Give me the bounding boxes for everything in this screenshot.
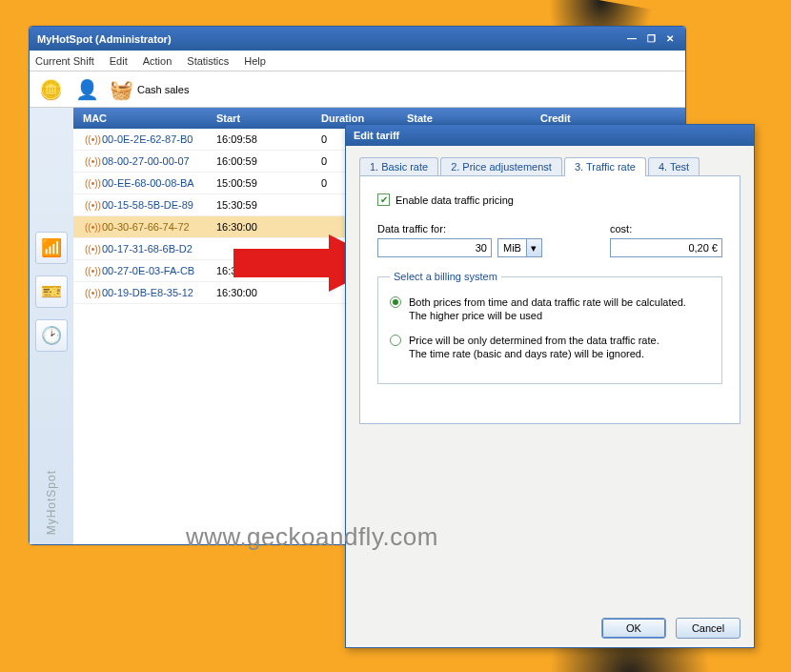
start-cell: 16:09:58 xyxy=(216,133,321,145)
start-cell: 16:30:00 xyxy=(216,287,321,298)
coins-icon: 🪙 xyxy=(39,78,63,101)
toolbar-user-button[interactable]: 👤 xyxy=(71,74,102,105)
enable-traffic-label: Enable data traffic pricing xyxy=(396,194,514,206)
sidebar: 📶 🎫 🕑 MyHotSpot xyxy=(30,108,73,544)
menu-current-shift[interactable]: Current Shift xyxy=(35,55,94,67)
billing-system-group: Select a billing system Both prices from… xyxy=(377,271,722,384)
menubar: Current Shift Edit Action Statistics Hel… xyxy=(30,51,685,71)
mac-cell: 00-27-0E-03-FA-CB xyxy=(102,265,194,276)
antenna-icon: 📶 xyxy=(41,237,62,258)
unit-value: MiB xyxy=(498,242,526,254)
cost-input[interactable] xyxy=(610,238,722,257)
sidebar-brand: MyHotSpot xyxy=(45,470,58,535)
billing-system-legend: Select a billing system xyxy=(390,271,501,282)
start-cell: 15:30:59 xyxy=(216,199,321,211)
start-cell: 16:00:59 xyxy=(216,155,321,167)
wifi-icon: ((•)) xyxy=(85,200,98,211)
start-cell: 15:00:59 xyxy=(216,177,321,189)
col-header-credit[interactable]: Credit xyxy=(540,112,685,124)
chevron-down-icon: ▾ xyxy=(526,239,541,256)
col-header-mac[interactable]: MAC xyxy=(73,112,216,124)
mac-cell: 08-00-27-00-00-07 xyxy=(102,155,190,167)
maximize-button[interactable]: ❐ xyxy=(643,32,659,45)
dialog-footer: OK Cancel xyxy=(346,609,754,647)
cost-label: cost: xyxy=(610,223,722,234)
cancel-button[interactable]: Cancel xyxy=(676,618,740,639)
user-refresh-icon: 👤 xyxy=(75,78,99,101)
mac-cell: 00-EE-68-00-08-BA xyxy=(102,177,194,189)
toolbar-coins-button[interactable]: 🪙 xyxy=(35,74,66,105)
mac-cell: 00-30-67-66-74-72 xyxy=(102,221,190,233)
wifi-icon: ((•)) xyxy=(85,266,98,276)
wifi-icon: ((•)) xyxy=(85,288,98,298)
toolbar: 🪙 👤 🧺 Cash sales xyxy=(30,71,685,108)
dialog-title: Edit tariff xyxy=(346,125,754,146)
titlebar: MyHotSpot (Administrator) — ❐ ✕ xyxy=(30,27,685,51)
mac-cell: 00-15-58-5B-DE-89 xyxy=(102,199,193,211)
close-button[interactable]: ✕ xyxy=(662,32,678,45)
data-traffic-label: Data traffic for: xyxy=(377,223,542,234)
billing-option-both-radio[interactable] xyxy=(390,296,401,308)
basket-icon: 🧺 xyxy=(110,78,133,101)
sidebar-wifi-button[interactable]: 📶 xyxy=(35,232,68,264)
menu-help[interactable]: Help xyxy=(244,55,266,67)
tab-strip: 1. Basic rate 2. Price adjustemenst 3. T… xyxy=(359,157,740,176)
tab-basic-rate[interactable]: 1. Basic rate xyxy=(359,157,438,175)
col-header-duration[interactable]: Duration xyxy=(321,112,407,124)
wifi-icon: ((•)) xyxy=(85,244,98,255)
tab-panel-traffic: ✔ Enable data traffic pricing Data traff… xyxy=(359,176,740,424)
window-title: MyHotSpot (Administrator) xyxy=(37,33,620,45)
tab-test[interactable]: 4. Test xyxy=(648,157,700,175)
clock-icon: 🕑 xyxy=(41,325,62,346)
minimize-button[interactable]: — xyxy=(624,32,639,45)
unit-select[interactable]: MiB ▾ xyxy=(497,238,542,257)
tickets-icon: 🎫 xyxy=(41,281,62,302)
col-header-start[interactable]: Start xyxy=(216,112,321,124)
sidebar-clock-button[interactable]: 🕑 xyxy=(35,319,68,352)
billing-option-data-only-text: Price will be only determined from the d… xyxy=(409,334,659,360)
ok-button[interactable]: OK xyxy=(601,618,666,639)
tab-traffic-rate[interactable]: 3. Traffic rate xyxy=(564,157,646,175)
menu-edit[interactable]: Edit xyxy=(110,55,128,67)
enable-traffic-checkbox[interactable]: ✔ xyxy=(377,193,390,206)
mac-cell: 00-17-31-68-6B-D2 xyxy=(102,243,193,255)
wifi-icon: ((•)) xyxy=(85,134,98,145)
mac-cell: 00-0E-2E-62-87-B0 xyxy=(102,133,193,145)
billing-option-both-text: Both prices from time and data traffic r… xyxy=(409,295,686,322)
toolbar-cash-sales[interactable]: 🧺 Cash sales xyxy=(110,78,189,101)
data-traffic-input[interactable] xyxy=(377,238,492,257)
tab-price-adjust[interactable]: 2. Price adjustemenst xyxy=(440,157,562,175)
billing-option-data-only-radio[interactable] xyxy=(390,335,401,346)
mac-cell: 00-19-DB-E8-35-12 xyxy=(102,287,193,298)
start-cell: 16:30:00 xyxy=(216,221,321,233)
watermark-text: www.geckoandfly.com xyxy=(186,522,438,552)
menu-action[interactable]: Action xyxy=(143,55,172,67)
col-header-state[interactable]: State xyxy=(407,112,540,124)
wifi-icon: ((•)) xyxy=(85,178,98,189)
edit-tariff-dialog: Edit tariff 1. Basic rate 2. Price adjus… xyxy=(345,124,755,648)
start-cell: 16:33:00 xyxy=(216,265,321,276)
cash-sales-label: Cash sales xyxy=(137,84,189,95)
wifi-icon: ((•)) xyxy=(85,156,98,167)
wifi-icon: ((•)) xyxy=(85,222,98,233)
sidebar-tickets-button[interactable]: 🎫 xyxy=(35,275,68,308)
menu-statistics[interactable]: Statistics xyxy=(187,55,229,67)
